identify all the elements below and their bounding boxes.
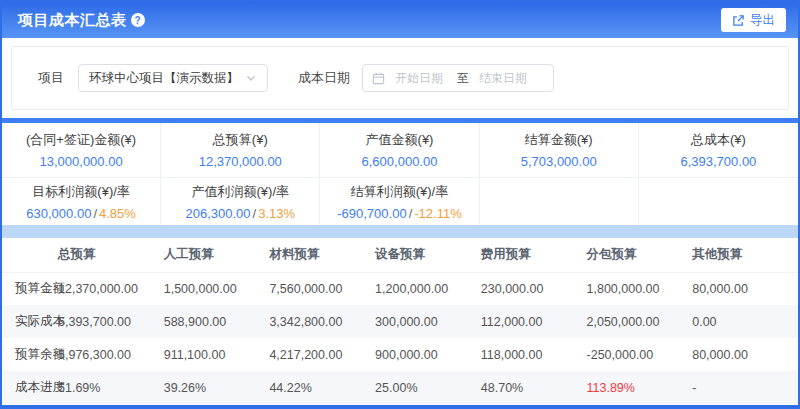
summary-label: 产值金额(¥) xyxy=(366,131,434,149)
summary-card-contract-amount: (合同+签证)金额(¥) 13,000,000.00 xyxy=(2,123,161,177)
cell: 1,800,000.00 xyxy=(587,272,693,305)
cost-date-range-picker[interactable]: 开始日期 至 结束日期 xyxy=(362,64,554,92)
summary-row-profits: 目标利润额(¥)/率 630,000.00/4.85% 产值利润额(¥)/率 2… xyxy=(2,177,798,225)
cell: 1,500,000.00 xyxy=(164,272,270,305)
cell: 1,200,000.00 xyxy=(375,272,481,305)
cell: 25.00% xyxy=(375,371,481,404)
table-row-budget-amount: 预算金额 12,370,000.00 1,500,000.00 7,560,00… xyxy=(2,272,798,305)
cell-over-budget: 113.89% xyxy=(587,371,693,404)
cell: 300,000.00 xyxy=(375,305,481,338)
row-label: 预算金额 xyxy=(2,272,58,305)
summary-value: 5,703,000.00 xyxy=(521,154,597,169)
summary-row-amounts: (合同+签证)金额(¥) 13,000,000.00 总预算(¥) 12,370… xyxy=(2,123,798,177)
cell: - xyxy=(692,371,798,404)
summary-label: 结算金额(¥) xyxy=(525,131,593,149)
summary-label: 产值利润额(¥)/率 xyxy=(192,183,290,201)
chevron-down-icon xyxy=(245,72,257,84)
summary-label: 目标利润额(¥)/率 xyxy=(32,183,130,201)
table-row-cost-progress: 成本进度 51.69% 39.26% 44.22% 25.00% 48.70% … xyxy=(2,371,798,404)
help-icon[interactable]: ? xyxy=(131,13,145,27)
summary-label: (合同+签证)金额(¥) xyxy=(26,131,136,149)
cell: 80,000.00 xyxy=(692,272,798,305)
summary-profit-value: 630,000.00/4.85% xyxy=(26,206,136,221)
cell: 588,900.00 xyxy=(164,305,270,338)
lightblue-divider xyxy=(2,225,798,238)
cell: 118,000.00 xyxy=(481,338,587,371)
row-label: 预算余额 xyxy=(2,338,58,371)
cell: 39.26% xyxy=(164,371,270,404)
summary-label: 结算利润额(¥)/率 xyxy=(351,183,449,201)
summary-empty-cell xyxy=(639,178,798,225)
row-label: 成本进度 xyxy=(2,371,58,404)
cell: 80,000.00 xyxy=(692,338,798,371)
col-header-expense-budget: 费用预算 xyxy=(481,238,587,272)
summary-card-output-profit: 产值利润额(¥)/率 206,300.00/3.13% xyxy=(161,178,320,225)
filter-section: 项目 环球中心项目【演示数据】 成本日期 开始日期 至 结束日期 xyxy=(2,38,798,118)
export-button[interactable]: 导出 xyxy=(721,8,786,32)
cell: 5,976,300.00 xyxy=(58,338,164,371)
cell: 2,050,000.00 xyxy=(587,305,693,338)
cell: 911,100.00 xyxy=(164,338,270,371)
col-header-labor-budget: 人工预算 xyxy=(164,238,270,272)
title-bar: 项目成本汇总表 ? 导出 xyxy=(2,2,798,38)
cell: 44.22% xyxy=(269,371,375,404)
summary-card-settlement-amount: 结算金额(¥) 5,703,000.00 xyxy=(480,123,639,177)
col-header-subcontract-budget: 分包预算 xyxy=(587,238,693,272)
cell: 0.00 xyxy=(692,305,798,338)
summary-value: 6,393,700.00 xyxy=(680,154,756,169)
col-header-equipment-budget: 设备预算 xyxy=(375,238,481,272)
col-header-empty xyxy=(2,238,58,272)
filter-card: 项目 环球中心项目【演示数据】 成本日期 开始日期 至 结束日期 xyxy=(11,46,789,110)
summary-profit-value: 206,300.00/3.13% xyxy=(186,206,296,221)
table-header-row: 总预算 人工预算 材料预算 设备预算 费用预算 分包预算 其他预算 xyxy=(2,238,798,272)
col-header-total-budget: 总预算 xyxy=(58,238,164,272)
calendar-icon xyxy=(372,72,385,85)
project-select-value: 环球中心项目【演示数据】 xyxy=(89,70,245,87)
project-filter-label: 项目 xyxy=(38,69,64,87)
project-cost-summary-panel: 项目成本汇总表 ? 导出 项目 环球中心项目【演示数据】 成本日期 xyxy=(0,0,800,409)
summary-label: 总成本(¥) xyxy=(691,131,746,149)
export-label: 导出 xyxy=(750,12,775,29)
budget-table: 总预算 人工预算 材料预算 设备预算 费用预算 分包预算 其他预算 预算金额 1… xyxy=(2,238,798,404)
col-header-other-budget: 其他预算 xyxy=(692,238,798,272)
cell: 7,560,000.00 xyxy=(269,272,375,305)
summary-card-total-cost: 总成本(¥) 6,393,700.00 xyxy=(639,123,798,177)
actual-cost-link[interactable]: 实际成本 xyxy=(2,305,58,338)
cost-date-filter-label: 成本日期 xyxy=(298,69,350,87)
cell: 4,217,200.00 xyxy=(269,338,375,371)
export-icon xyxy=(732,14,745,27)
summary-label: 总预算(¥) xyxy=(213,131,268,149)
summary-card-settlement-profit: 结算利润额(¥)/率 -690,700.00/-12.11% xyxy=(320,178,479,225)
cell: -250,000.00 xyxy=(587,338,693,371)
start-date-placeholder: 开始日期 xyxy=(395,70,443,87)
summary-card-total-budget: 总预算(¥) 12,370,000.00 xyxy=(161,123,320,177)
end-date-placeholder: 结束日期 xyxy=(479,70,527,87)
summary-section: (合同+签证)金额(¥) 13,000,000.00 总预算(¥) 12,370… xyxy=(2,123,798,225)
table-row-budget-balance: 预算余额 5,976,300.00 911,100.00 4,217,200.0… xyxy=(2,338,798,371)
cell: 12,370,000.00 xyxy=(58,272,164,305)
summary-value: 12,370,000.00 xyxy=(199,154,282,169)
page-title: 项目成本汇总表 xyxy=(18,11,127,30)
cell: 6,393,700.00 xyxy=(58,305,164,338)
budget-table-section: 总预算 人工预算 材料预算 设备预算 费用预算 分包预算 其他预算 预算金额 1… xyxy=(2,238,798,405)
summary-card-output-amount: 产值金额(¥) 6,600,000.00 xyxy=(320,123,479,177)
cell: 900,000.00 xyxy=(375,338,481,371)
cell: 48.70% xyxy=(481,371,587,404)
project-select[interactable]: 环球中心项目【演示数据】 xyxy=(78,64,268,92)
table-row-actual-cost: 实际成本 6,393,700.00 588,900.00 3,342,800.0… xyxy=(2,305,798,338)
col-header-material-budget: 材料预算 xyxy=(269,238,375,272)
cell: 3,342,800.00 xyxy=(269,305,375,338)
summary-card-target-profit: 目标利润额(¥)/率 630,000.00/4.85% xyxy=(2,178,161,225)
date-range-separator: 至 xyxy=(457,70,469,87)
summary-profit-value: -690,700.00/-12.11% xyxy=(337,206,462,221)
cell: 51.69% xyxy=(58,371,164,404)
cell: 112,000.00 xyxy=(481,305,587,338)
cell: 230,000.00 xyxy=(481,272,587,305)
summary-value: 6,600,000.00 xyxy=(362,154,438,169)
summary-value: 13,000,000.00 xyxy=(40,154,123,169)
summary-empty-cell xyxy=(480,178,639,225)
